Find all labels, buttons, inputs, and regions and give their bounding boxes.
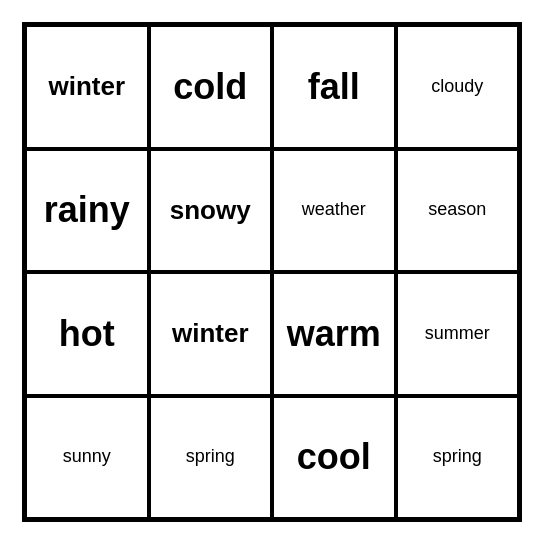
- bingo-cell: weather: [272, 149, 396, 273]
- cell-text: weather: [302, 200, 366, 220]
- bingo-cell: spring: [396, 396, 520, 520]
- cell-text: cool: [297, 437, 371, 477]
- cell-text: spring: [433, 447, 482, 467]
- cell-text: sunny: [63, 447, 111, 467]
- bingo-cell: spring: [149, 396, 273, 520]
- bingo-cell: hot: [25, 272, 149, 396]
- bingo-cell: winter: [149, 272, 273, 396]
- bingo-cell: winter: [25, 25, 149, 149]
- bingo-cell: cold: [149, 25, 273, 149]
- bingo-cell: cool: [272, 396, 396, 520]
- cell-text: winter: [48, 72, 125, 101]
- cell-text: cloudy: [431, 77, 483, 97]
- cell-text: rainy: [44, 190, 130, 230]
- cell-text: warm: [287, 314, 381, 354]
- cell-text: hot: [59, 314, 115, 354]
- cell-text: spring: [186, 447, 235, 467]
- cell-text: cold: [173, 67, 247, 107]
- cell-text: snowy: [170, 196, 251, 225]
- bingo-cell: rainy: [25, 149, 149, 273]
- bingo-cell: sunny: [25, 396, 149, 520]
- bingo-cell: season: [396, 149, 520, 273]
- cell-text: winter: [172, 319, 249, 348]
- bingo-grid: wintercoldfallcloudyrainysnowyweathersea…: [22, 22, 522, 522]
- bingo-cell: snowy: [149, 149, 273, 273]
- bingo-cell: warm: [272, 272, 396, 396]
- bingo-cell: fall: [272, 25, 396, 149]
- bingo-cell: cloudy: [396, 25, 520, 149]
- cell-text: summer: [425, 324, 490, 344]
- cell-text: season: [428, 200, 486, 220]
- bingo-cell: summer: [396, 272, 520, 396]
- cell-text: fall: [308, 67, 360, 107]
